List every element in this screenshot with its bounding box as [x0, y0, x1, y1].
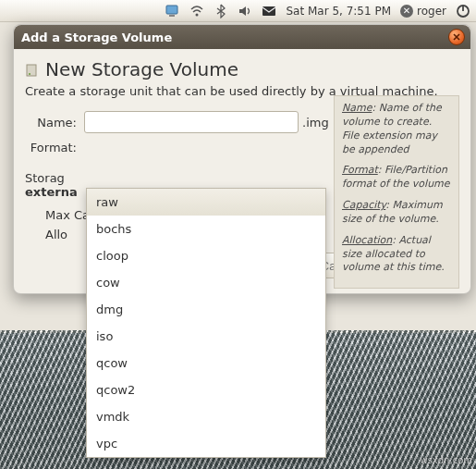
user-menu[interactable]: ✕ roger [400, 5, 446, 18]
name-label: Name: [25, 116, 77, 130]
window-title: Add a Storage Volume [21, 31, 172, 44]
format-label: Format: [25, 141, 77, 154]
format-option-bochs[interactable]: bochs [87, 216, 325, 242]
help-capacity-term: Capacity [342, 199, 385, 211]
username-label: roger [417, 5, 446, 18]
svg-point-2 [196, 13, 199, 16]
format-option-cloop[interactable]: cloop [87, 242, 325, 269]
dialog-body: New Storage Volume Create a storage unit… [14, 49, 470, 293]
svg-rect-8 [27, 65, 36, 76]
dialog-heading: New Storage Volume [45, 58, 238, 80]
format-option-raw[interactable]: raw [87, 189, 325, 216]
volume-icon[interactable] [238, 4, 252, 19]
format-dropdown[interactable]: raw bochs cloop cow dmg iso qcow qcow2 v… [86, 188, 326, 458]
name-suffix: .img [302, 116, 329, 130]
svg-rect-3 [262, 6, 275, 16]
monitor-icon[interactable] [165, 4, 180, 19]
svg-rect-0 [166, 6, 177, 14]
bluetooth-icon[interactable] [214, 4, 228, 19]
clock-text[interactable]: Sat Mar 5, 7:51 PM [286, 5, 391, 18]
name-input[interactable] [84, 111, 299, 133]
svg-point-9 [29, 73, 31, 75]
help-panel: Name: Name of the volume to create. File… [334, 95, 459, 289]
wifi-icon[interactable] [189, 4, 204, 19]
svg-rect-1 [169, 15, 175, 17]
format-option-vpc[interactable]: vpc [87, 430, 325, 457]
help-name-term: Name [342, 102, 372, 114]
top-panel: Sat Mar 5, 7:51 PM ✕ roger [0, 0, 476, 22]
storage-volume-icon [25, 62, 40, 77]
format-option-dmg[interactable]: dmg [87, 296, 325, 323]
power-icon[interactable] [456, 4, 470, 19]
format-option-qcow[interactable]: qcow [87, 350, 325, 376]
user-avatar-icon: ✕ [400, 5, 413, 18]
help-allocation-term: Allocation [342, 234, 392, 246]
system-tray: Sat Mar 5, 7:51 PM ✕ roger [165, 4, 470, 19]
close-button[interactable] [448, 29, 465, 45]
format-option-qcow2[interactable]: qcow2 [87, 376, 325, 403]
watermark-text: wsxdn.com [420, 455, 472, 465]
format-option-iso[interactable]: iso [87, 323, 325, 350]
help-format-term: Format [342, 164, 378, 176]
add-storage-volume-dialog: Add a Storage Volume New Storage Volume … [13, 24, 471, 294]
format-option-vmdk[interactable]: vmdk [87, 403, 325, 430]
mail-icon[interactable] [262, 4, 276, 19]
titlebar[interactable]: Add a Storage Volume [14, 25, 470, 49]
format-option-cow[interactable]: cow [87, 269, 325, 296]
